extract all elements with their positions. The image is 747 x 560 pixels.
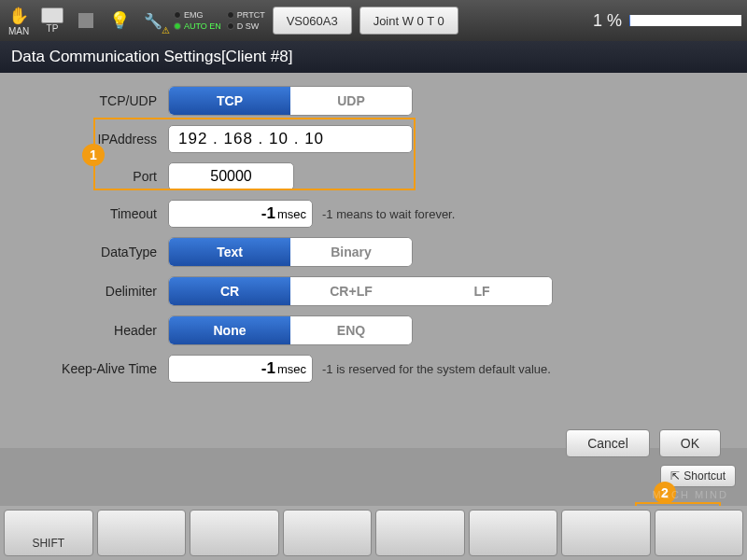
lf-option[interactable]: LF — [412, 277, 552, 305]
ok-button[interactable]: OK — [659, 429, 721, 457]
text-option[interactable]: Text — [169, 238, 290, 266]
softkey-3[interactable] — [190, 510, 279, 556]
delimiter-segmented[interactable]: CR CR+LF LF — [168, 276, 553, 306]
none-option[interactable]: None — [169, 316, 290, 344]
highlight-box-1 — [93, 118, 416, 190]
speed-percent: 1 % — [593, 11, 622, 31]
binary-option[interactable]: Binary — [290, 238, 412, 266]
datatype-segmented[interactable]: Text Binary — [168, 237, 413, 267]
softkey-7[interactable] — [561, 510, 651, 556]
softkey-2[interactable] — [97, 510, 187, 556]
tcpudp-label: TCP/UDP — [28, 93, 168, 108]
crlf-option[interactable]: CR+LF — [290, 277, 412, 305]
keepalive-input[interactable]: -1 msec — [168, 355, 313, 383]
warning-icon: ⚠ — [162, 25, 170, 35]
header-segmented[interactable]: None ENQ — [168, 315, 413, 345]
softkey-bar: SHIFT — [0, 506, 747, 560]
lightbulb-icon[interactable]: 💡 — [106, 7, 133, 34]
model-button[interactable]: VS060A3 — [273, 7, 352, 35]
speed-bar[interactable] — [629, 15, 741, 26]
timeout-hint: -1 means to wait forever. — [322, 207, 455, 221]
stop-icon[interactable] — [73, 7, 99, 34]
tcpudp-segmented[interactable]: TCP UDP — [168, 86, 413, 116]
cancel-button[interactable]: Cancel — [566, 429, 650, 457]
settings-panel: TCP/UDP TCP UDP IPAddress 192 . 168 . 10… — [0, 73, 747, 448]
keepalive-hint: -1 is reserved for the system default va… — [322, 362, 551, 376]
datatype-label: DataType — [28, 245, 168, 259]
udp-option[interactable]: UDP — [290, 87, 412, 115]
status-leds: EMG PRTCT AUTO EN D SW — [174, 10, 265, 31]
cr-option[interactable]: CR — [169, 277, 290, 305]
page-title: Data Communication Settings[Client #8] — [0, 41, 747, 73]
softkey-4[interactable] — [283, 510, 373, 556]
delimiter-label: Delimiter — [28, 284, 168, 299]
tcp-option[interactable]: TCP — [169, 87, 290, 115]
watermark: MECH MIND — [652, 489, 728, 500]
timeout-label: Timeout — [28, 206, 168, 221]
timeout-input[interactable]: -1 msec — [168, 200, 313, 228]
dialog-buttons: Cancel OK — [0, 429, 747, 457]
tools-icon[interactable]: 🔧⚠ — [140, 7, 166, 34]
keepalive-label: Keep-Alive Time — [28, 361, 168, 376]
top-status-bar: ✋MAN TP 💡 🔧⚠ EMG PRTCT AUTO EN D SW VS06… — [0, 0, 747, 41]
man-mode-icon[interactable]: ✋MAN — [6, 7, 32, 34]
tp-icon[interactable]: TP — [39, 7, 65, 34]
softkey-6[interactable] — [469, 510, 558, 556]
softkey-8[interactable] — [655, 510, 744, 556]
shift-softkey[interactable]: SHIFT — [4, 510, 93, 556]
joint-button[interactable]: Joint W 0 T 0 — [359, 7, 458, 35]
header-label: Header — [28, 323, 168, 338]
enq-option[interactable]: ENQ — [290, 316, 412, 344]
softkey-5[interactable] — [375, 510, 465, 556]
annotation-badge-1: 1 — [82, 144, 105, 166]
shortcut-icon: ⇱ — [670, 469, 680, 483]
